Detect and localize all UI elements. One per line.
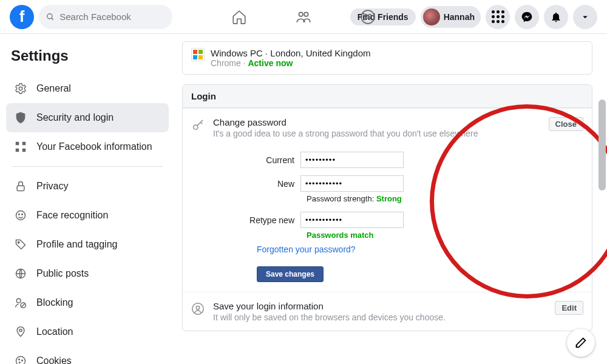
save-login-subtitle: It will only be saved on the browsers an… bbox=[213, 312, 548, 322]
sidebar-item-label: Face recognition bbox=[36, 210, 108, 221]
session-subtitle: Chrome · Active now bbox=[211, 58, 370, 68]
sidebar-item-label: Cookies bbox=[36, 356, 72, 364]
username: Hannah bbox=[444, 12, 475, 22]
svg-point-6 bbox=[368, 14, 371, 16]
main-content: Windows PC · London, United Kingdom Chro… bbox=[175, 34, 607, 364]
retype-password-label: Retype new bbox=[191, 215, 300, 225]
groups-icon[interactable] bbox=[360, 9, 376, 25]
strength-value: Strong bbox=[376, 194, 402, 203]
svg-rect-12 bbox=[17, 186, 24, 190]
windows-icon bbox=[191, 48, 205, 61]
sidebar-item-label: Privacy bbox=[36, 181, 68, 192]
save-changes-button[interactable]: Save changes bbox=[257, 266, 324, 282]
search-input[interactable] bbox=[59, 12, 165, 22]
scrollbar[interactable] bbox=[599, 99, 606, 190]
sidebar-item-tagging[interactable]: Profile and tagging bbox=[6, 230, 169, 259]
sidebar-item-public[interactable]: Public posts bbox=[6, 259, 169, 288]
profile-button[interactable]: Hannah bbox=[421, 6, 481, 28]
menu-button[interactable] bbox=[486, 5, 510, 29]
edit-fab[interactable] bbox=[567, 329, 595, 357]
sidebar-item-label: Profile and tagging bbox=[36, 239, 117, 250]
session-title: Windows PC · London, United Kingdom bbox=[211, 48, 370, 58]
svg-point-23 bbox=[19, 359, 20, 360]
svg-line-1 bbox=[52, 18, 53, 19]
key-icon bbox=[191, 118, 206, 133]
edit-button[interactable]: Edit bbox=[555, 301, 583, 315]
sidebar-item-privacy[interactable]: Privacy bbox=[6, 172, 169, 201]
cookie-icon bbox=[12, 352, 29, 364]
chevron-down-icon bbox=[580, 12, 591, 22]
compose-icon bbox=[574, 336, 588, 349]
svg-point-3 bbox=[304, 12, 308, 16]
new-password-label: New bbox=[191, 179, 300, 189]
sidebar-item-your-info[interactable]: Your Facebook information bbox=[6, 132, 169, 161]
center-nav bbox=[231, 9, 376, 25]
sidebar-divider bbox=[12, 166, 163, 167]
bell-icon bbox=[550, 11, 562, 23]
close-button[interactable]: Close bbox=[549, 117, 583, 131]
current-password-input[interactable] bbox=[300, 152, 404, 168]
svg-point-4 bbox=[361, 10, 375, 24]
search-field[interactable] bbox=[39, 5, 172, 29]
facebook-logo[interactable]: f bbox=[10, 5, 34, 29]
svg-point-7 bbox=[19, 87, 22, 90]
block-icon bbox=[12, 294, 29, 311]
svg-point-26 bbox=[194, 125, 198, 129]
notifications-button[interactable] bbox=[544, 5, 568, 29]
account-menu-button[interactable] bbox=[573, 5, 597, 29]
svg-rect-11 bbox=[22, 149, 26, 152]
sidebar-item-label: Blocking bbox=[36, 297, 73, 308]
search-icon bbox=[46, 12, 55, 22]
svg-point-13 bbox=[16, 211, 25, 220]
svg-rect-10 bbox=[16, 149, 19, 152]
svg-point-28 bbox=[196, 306, 200, 309]
svg-point-15 bbox=[22, 214, 23, 215]
avatar bbox=[423, 8, 440, 25]
retype-password-input[interactable] bbox=[300, 212, 404, 228]
passwords-match: Passwords match bbox=[307, 231, 583, 240]
sidebar-item-security[interactable]: Security and login bbox=[6, 103, 169, 132]
sidebar-item-cookies[interactable]: Cookies bbox=[6, 346, 169, 364]
password-strength: Password strength: Strong bbox=[307, 194, 583, 203]
face-icon bbox=[12, 207, 29, 224]
messenger-icon bbox=[521, 11, 533, 23]
friends-icon[interactable] bbox=[296, 9, 311, 25]
lock-icon bbox=[12, 178, 29, 195]
change-password-title: Change password bbox=[213, 117, 541, 127]
save-login-row: Save your login information It will only… bbox=[183, 292, 592, 331]
login-section: Login Change password It's a good idea t… bbox=[182, 84, 592, 331]
svg-rect-8 bbox=[16, 142, 19, 146]
messenger-button[interactable] bbox=[515, 5, 539, 29]
current-password-label: Current bbox=[191, 155, 300, 165]
sidebar-item-location[interactable]: Location bbox=[6, 317, 169, 346]
svg-point-0 bbox=[47, 13, 52, 18]
save-login-title: Save your login information bbox=[213, 301, 548, 311]
sidebar-item-label: Your Facebook information bbox=[36, 141, 152, 152]
sidebar-item-general[interactable]: General bbox=[6, 74, 169, 103]
sidebar-item-face[interactable]: Face recognition bbox=[6, 201, 169, 230]
svg-line-20 bbox=[21, 303, 25, 308]
svg-point-18 bbox=[16, 298, 21, 303]
page-title: Settings bbox=[6, 44, 169, 74]
settings-sidebar: Settings General Security and login Your… bbox=[0, 34, 175, 364]
svg-point-27 bbox=[192, 303, 203, 314]
session-status: Active now bbox=[248, 58, 293, 68]
home-icon[interactable] bbox=[231, 9, 247, 25]
forgot-password-link[interactable]: Forgotten your password? bbox=[257, 244, 356, 254]
top-nav: f Find Friends Hannah bbox=[0, 0, 607, 34]
active-session-card: Windows PC · London, United Kingdom Chro… bbox=[182, 41, 592, 75]
shield-icon bbox=[12, 109, 29, 126]
top-right-controls: Find Friends Hannah bbox=[350, 5, 597, 29]
globe-icon bbox=[12, 265, 29, 282]
person-icon bbox=[191, 302, 206, 317]
svg-point-22 bbox=[16, 357, 25, 365]
new-password-input[interactable] bbox=[300, 175, 404, 192]
svg-point-25 bbox=[19, 362, 21, 363]
location-icon bbox=[12, 323, 29, 340]
svg-rect-9 bbox=[22, 142, 26, 146]
login-header: Login bbox=[183, 85, 592, 108]
sidebar-item-blocking[interactable]: Blocking bbox=[6, 288, 169, 317]
svg-point-16 bbox=[18, 241, 19, 243]
gear-icon bbox=[12, 80, 29, 97]
sidebar-item-label: Location bbox=[36, 326, 73, 337]
